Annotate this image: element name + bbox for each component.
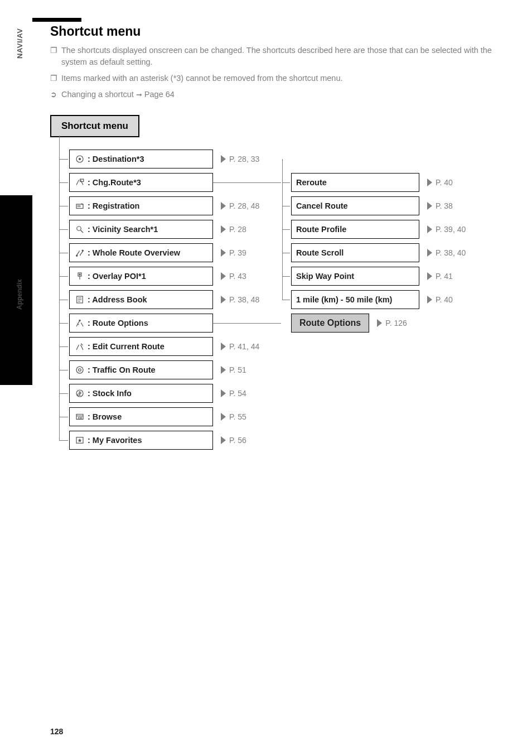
tree-connector (59, 241, 69, 264)
destination-icon (74, 153, 85, 165)
page-ref: P. 41 (427, 272, 453, 281)
svg-point-4 (77, 227, 81, 231)
submenu-item-label: Reroute (296, 178, 327, 187)
page-ref: P. 38, 48 (221, 295, 259, 304)
menu-row: : Destination*3P. 28, 33 (59, 147, 259, 171)
triangle-icon (427, 249, 432, 257)
svg-point-8 (79, 274, 80, 275)
svg-point-5 (76, 255, 78, 256)
triangle-icon (221, 436, 226, 444)
browse-icon: XM (74, 411, 85, 422)
page-ref-text: P. 28 (229, 225, 246, 234)
triangle-icon (221, 225, 226, 233)
svg-text:XM: XM (78, 416, 83, 420)
submenu-item-box: 1 mile (km) - 50 mile (km) (291, 290, 419, 309)
note-1: The shortcuts displayed onscreen can be … (61, 45, 519, 68)
side-label-naviav: NAVI/AV (16, 28, 24, 59)
tree-connector (59, 288, 69, 311)
submenu-item-box: Route Profile (291, 220, 419, 239)
menu-item-box: : Destination*3 (69, 150, 213, 168)
overlaypoi-icon (74, 271, 85, 282)
wholeroute-icon (74, 247, 85, 258)
triangle-icon (221, 155, 226, 163)
menu-item-label: : Whole Route Overview (88, 248, 180, 257)
menu-item-label: : My Favorites (88, 436, 142, 445)
menu-row: : Edit Current RouteP. 41, 44 (59, 335, 259, 358)
page-ref: P. 40 (427, 295, 453, 304)
menu-item-label: : Stock Info (88, 389, 132, 398)
page-ref: P. 39, 40 (427, 225, 466, 234)
tree-connector (59, 405, 69, 428)
tree-connector (59, 335, 69, 358)
menu-item-box: : Stock Info (69, 384, 213, 403)
menu-item-label: : Chg.Route*3 (88, 178, 141, 187)
menu-item-box: XM: Browse (69, 407, 213, 426)
page-ref: P. 40 (427, 178, 453, 187)
subheader-label: Route Options (299, 318, 361, 328)
menu-item-label: : Vicinity Search*1 (88, 225, 158, 234)
triangle-icon (427, 202, 432, 210)
favorites-icon (74, 435, 85, 446)
page-ref-text: P. 38 (436, 201, 453, 210)
chgroute-icon (74, 177, 85, 188)
menu-item-box: : Route Options (69, 314, 213, 333)
menu-row: : Chg.Route*3 (59, 171, 259, 194)
menu-item-label: : Registration (88, 201, 139, 210)
submenu-row: Route ProfileP. 39, 40 (281, 218, 466, 241)
page-title: Shortcut menu (50, 24, 519, 39)
editroute-icon (74, 341, 85, 352)
page-ref-text: P. 55 (229, 412, 246, 421)
menu-item-box: : Address Book (69, 290, 213, 309)
menu-item-label: : Browse (88, 412, 122, 421)
addressbook-icon (74, 294, 85, 305)
triangle-icon (221, 413, 226, 421)
page-ref: P. 55 (221, 412, 246, 421)
page-ref-text: P. 41, 44 (229, 342, 259, 351)
menu-row: : Whole Route OverviewP. 39 (59, 241, 259, 264)
menu-item-box: : Vicinity Search*1 (69, 220, 213, 239)
menu-item-box: : Traffic On Route (69, 360, 213, 379)
triangle-icon (427, 179, 432, 186)
page-ref-text: P. 38, 40 (436, 248, 466, 257)
triangle-icon (221, 272, 226, 280)
triangle-icon (427, 272, 432, 280)
page-ref: P. 51 (221, 365, 246, 374)
triangle-icon (427, 296, 432, 304)
notes-block: ❐ The shortcuts displayed onscreen can b… (50, 45, 519, 100)
page-ref: P. 28, 48 (221, 201, 259, 210)
page-ref: P. 28, 33 (221, 155, 259, 163)
page-ref: P. 38 (427, 201, 453, 210)
page-ref-text: P. 43 (229, 272, 246, 281)
note-bullet: ❐ (50, 73, 61, 84)
page-ref-text: P. 126 (385, 319, 407, 328)
menu-item-label: : Destination*3 (88, 155, 144, 163)
menu-item-label: : Traffic On Route (88, 365, 156, 374)
page-ref: P. 43 (221, 272, 246, 281)
triangle-icon (377, 319, 382, 327)
submenu-row: Skip Way PointP. 41 (281, 264, 466, 288)
submenu-item-box: Route Scroll (291, 243, 419, 262)
menu-row: : Address BookP. 38, 48 (59, 288, 259, 311)
page-ref: P. 126 (377, 319, 407, 328)
tree-connector (59, 194, 69, 218)
menu-row: : Overlay POI*1P. 43 (59, 264, 259, 288)
page-ref-text: P. 39 (229, 248, 246, 257)
tree-connector (59, 147, 69, 171)
menu-item-box: : Chg.Route*3 (69, 173, 213, 192)
svg-point-1 (79, 158, 81, 160)
page-ref-text: P. 28, 48 (229, 201, 259, 210)
menu-row: : Stock InfoP. 54 (59, 382, 259, 405)
registration-icon (74, 200, 85, 211)
tree-connector-h (213, 323, 281, 324)
tree-connector-h (213, 182, 281, 183)
page-ref: P. 38, 40 (427, 248, 466, 257)
triangle-icon (221, 389, 226, 397)
menu-item-label: : Overlay POI*1 (88, 272, 146, 281)
page-ref: P. 56 (221, 436, 246, 445)
submenu-row: RerouteP. 40 (281, 171, 466, 194)
menu-item-box: : Edit Current Route (69, 337, 213, 356)
page-ref-text: P. 28, 33 (229, 155, 259, 163)
submenu-item-box: Skip Way Point (291, 267, 419, 286)
tree-connector (59, 311, 69, 335)
menu-row: : Vicinity Search*1P. 28 (59, 218, 259, 241)
